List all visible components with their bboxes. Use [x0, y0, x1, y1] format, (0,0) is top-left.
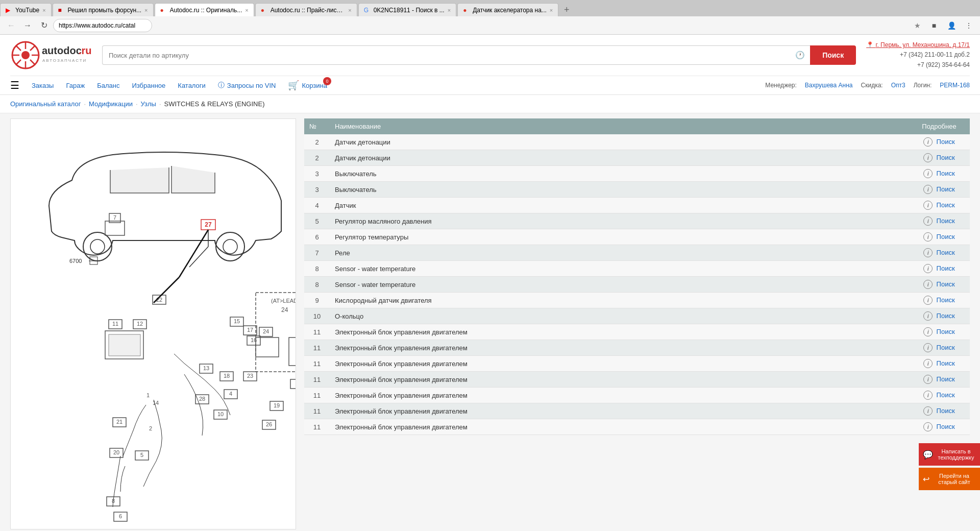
- manager-name[interactable]: Вахрушева Анна: [805, 82, 853, 89]
- search-link[interactable]: Поиск: [937, 154, 955, 161]
- tab-close-google[interactable]: ×: [448, 7, 451, 13]
- table-row[interactable]: 10О-кольцоi Поиск: [304, 308, 970, 324]
- table-row[interactable]: 8Sensor - water temperaturei Поиск: [304, 261, 970, 277]
- diagram-container[interactable]: 27 6700 7 22 11 12 (AT>LEADED): [10, 118, 296, 529]
- table-row[interactable]: 5Регулятор масляного давленияi Поиск: [304, 213, 970, 229]
- tab-close-youtube[interactable]: ×: [42, 7, 45, 13]
- extensions-button[interactable]: ■: [927, 18, 941, 33]
- search-link[interactable]: Поиск: [937, 407, 955, 415]
- tab-autodoc2[interactable]: ●Autodoc.ru :: Прайс-лист ...×: [255, 3, 357, 16]
- login-value[interactable]: PERM-168: [940, 82, 970, 89]
- search-link[interactable]: Поиск: [937, 185, 955, 193]
- menu-hamburger-icon[interactable]: ☰: [10, 79, 19, 91]
- new-tab-button[interactable]: +: [559, 3, 574, 16]
- nav-cart[interactable]: 🛒 0 Корзина: [288, 80, 327, 91]
- search-link[interactable]: Поиск: [937, 344, 955, 351]
- address-bar[interactable]: [53, 19, 152, 32]
- back-button[interactable]: ←: [4, 18, 18, 33]
- nav-orders[interactable]: Заказы: [32, 82, 54, 89]
- search-link[interactable]: Поиск: [937, 312, 955, 320]
- tab-label-autodoc1: Autodoc.ru :: Оригиналь...: [170, 7, 242, 14]
- search-link[interactable]: Поиск: [937, 391, 955, 399]
- search-link[interactable]: Поиск: [937, 264, 955, 272]
- table-row[interactable]: 3Выключательi Поиск: [304, 182, 970, 198]
- nav-balance[interactable]: Баланс: [97, 82, 119, 89]
- tab-close-autodoc2[interactable]: ×: [348, 7, 351, 13]
- info-icon[interactable]: i: [923, 232, 933, 242]
- table-row[interactable]: 2Датчик детонацииi Поиск: [304, 150, 970, 166]
- info-icon[interactable]: i: [923, 327, 933, 336]
- info-icon[interactable]: i: [923, 264, 933, 273]
- search-link[interactable]: Поиск: [937, 375, 955, 383]
- table-row[interactable]: 11Электронный блок управления двигателем…: [304, 324, 970, 340]
- table-row[interactable]: 6Регулятор температурыi Поиск: [304, 229, 970, 245]
- search-link[interactable]: Поиск: [937, 280, 955, 288]
- table-row[interactable]: 11Электронный блок управления двигателем…: [304, 403, 970, 419]
- info-icon[interactable]: i: [923, 137, 933, 147]
- info-icon[interactable]: i: [923, 185, 933, 194]
- tab-youtube[interactable]: ▶YouTube×: [0, 3, 52, 16]
- table-row[interactable]: 11Электронный блок управления двигателем…: [304, 419, 970, 435]
- info-icon[interactable]: i: [923, 201, 933, 210]
- info-icon[interactable]: i: [923, 343, 933, 352]
- table-row[interactable]: 2Датчик детонацииi Поиск: [304, 134, 970, 150]
- search-button[interactable]: Поиск: [810, 45, 856, 65]
- bookmark-icon[interactable]: ★: [914, 21, 921, 30]
- table-row[interactable]: 9Кислородный датчик двигателяi Поиск: [304, 293, 970, 308]
- info-icon[interactable]: i: [923, 359, 933, 368]
- nav-catalogs[interactable]: Каталоги: [178, 82, 206, 89]
- info-icon[interactable]: i: [923, 391, 933, 400]
- address-link[interactable]: 📍 г. Пермь, ул. Механошина, д.17/1: [866, 41, 970, 49]
- search-link[interactable]: Поиск: [937, 233, 955, 240]
- menu-button[interactable]: ⋮: [962, 18, 976, 33]
- search-link[interactable]: Поиск: [937, 201, 955, 209]
- info-icon[interactable]: i: [923, 422, 933, 431]
- search-link[interactable]: Поиск: [937, 217, 955, 225]
- search-input[interactable]: [102, 45, 810, 65]
- forward-button[interactable]: →: [20, 18, 35, 33]
- svg-text:17: 17: [247, 327, 253, 333]
- search-link[interactable]: Поиск: [937, 249, 955, 256]
- table-row[interactable]: 4Датчикi Поиск: [304, 198, 970, 213]
- search-link[interactable]: Поиск: [937, 423, 955, 430]
- tab-close-sensor[interactable]: ×: [550, 7, 553, 13]
- table-row[interactable]: 7Релеi Поиск: [304, 245, 970, 261]
- tab-close-forum[interactable]: ×: [144, 7, 148, 13]
- search-link[interactable]: Поиск: [937, 359, 955, 367]
- table-row[interactable]: 8Sensor - water temperaturei Поиск: [304, 277, 970, 293]
- info-icon[interactable]: i: [923, 216, 933, 226]
- info-icon[interactable]: i: [923, 375, 933, 384]
- info-icon[interactable]: i: [923, 311, 933, 321]
- search-link[interactable]: Поиск: [937, 170, 955, 177]
- nav-favorites[interactable]: Избранное: [132, 82, 165, 89]
- tab-close-autodoc1[interactable]: ×: [245, 7, 248, 13]
- info-icon[interactable]: i: [923, 296, 933, 305]
- info-icon[interactable]: i: [923, 280, 933, 289]
- tab-forum[interactable]: ■Решил промыть форсун...×: [53, 3, 154, 16]
- table-row[interactable]: 11Электронный блок управления двигателем…: [304, 388, 970, 403]
- search-link[interactable]: Поиск: [937, 138, 955, 146]
- breadcrumb-item-2[interactable]: Узлы: [141, 100, 156, 108]
- nav-garage[interactable]: Гараж: [66, 82, 85, 89]
- search-link[interactable]: Поиск: [937, 296, 955, 304]
- tab-sensor[interactable]: ●Датчик акселератора на...×: [457, 3, 558, 16]
- search-link[interactable]: Поиск: [937, 328, 955, 335]
- support-button[interactable]: 💬 Написать в техподдержку: [919, 443, 980, 466]
- old-site-button[interactable]: ↩ Перейти на старый сайт: [919, 468, 980, 490]
- table-row[interactable]: 11Электронный блок управления двигателем…: [304, 340, 970, 356]
- breadcrumb-item-1[interactable]: Модификации: [89, 100, 133, 108]
- tab-autodoc1[interactable]: ●Autodoc.ru :: Оригиналь...×: [155, 3, 254, 16]
- table-row[interactable]: 11Электронный блок управления двигателем…: [304, 372, 970, 388]
- info-icon[interactable]: i: [923, 153, 933, 162]
- table-row[interactable]: 3Выключательi Поиск: [304, 166, 970, 182]
- discount-value[interactable]: Опт3: [891, 82, 905, 89]
- reload-button[interactable]: ↻: [37, 18, 51, 33]
- info-icon[interactable]: i: [923, 169, 933, 178]
- breadcrumb-item-0[interactable]: Оригинальный каталог: [10, 100, 81, 108]
- info-icon[interactable]: i: [923, 406, 933, 416]
- user-button[interactable]: 👤: [944, 18, 959, 33]
- tab-google[interactable]: G0K2NC18911 - Поиск в ...×: [358, 3, 456, 16]
- nav-vin[interactable]: ⓘ Запросы по VIN: [218, 81, 276, 90]
- info-icon[interactable]: i: [923, 248, 933, 257]
- table-row[interactable]: 11Электронный блок управления двигателем…: [304, 356, 970, 372]
